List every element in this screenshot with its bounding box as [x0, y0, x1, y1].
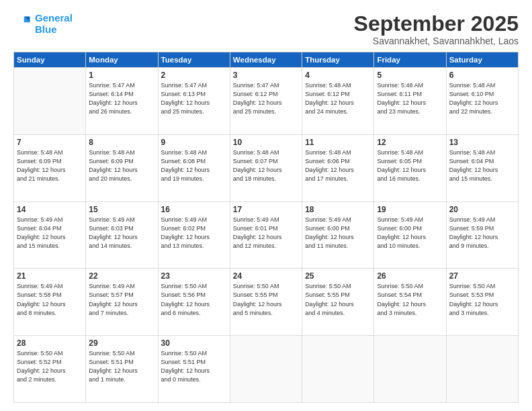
day-info: Sunrise: 5:50 AMSunset: 5:51 PMDaylight:…	[161, 349, 227, 384]
calendar-cell: 9Sunrise: 5:48 AMSunset: 6:08 PMDaylight…	[158, 134, 230, 201]
day-info: Sunrise: 5:50 AMSunset: 5:51 PMDaylight:…	[89, 349, 154, 384]
day-info: Sunrise: 5:50 AMSunset: 5:54 PMDaylight:…	[377, 282, 443, 317]
day-info: Sunrise: 5:48 AMSunset: 6:12 PMDaylight:…	[305, 81, 371, 116]
title-block: September 2025 Savannakhet, Savannahkhet…	[354, 12, 519, 46]
header: General Blue September 2025 Savannakhet,…	[13, 12, 519, 46]
day-info: Sunrise: 5:47 AMSunset: 6:13 PMDaylight:…	[161, 81, 227, 116]
calendar-cell	[14, 68, 86, 135]
day-number: 12	[377, 138, 443, 147]
calendar-cell: 22Sunrise: 5:49 AMSunset: 5:57 PMDayligh…	[86, 269, 158, 336]
header-day-tuesday: Tuesday	[158, 52, 230, 68]
day-number: 19	[377, 205, 443, 214]
calendar-cell: 13Sunrise: 5:48 AMSunset: 6:04 PMDayligh…	[446, 134, 518, 201]
day-number: 5	[377, 71, 443, 80]
day-number: 17	[233, 205, 299, 214]
day-info: Sunrise: 5:49 AMSunset: 6:01 PMDaylight:…	[233, 216, 299, 250]
day-number: 1	[89, 71, 154, 80]
day-info: Sunrise: 5:50 AMSunset: 5:55 PMDaylight:…	[233, 282, 299, 317]
day-number: 21	[17, 271, 83, 281]
day-info: Sunrise: 5:49 AMSunset: 5:59 PMDaylight:…	[449, 216, 515, 250]
day-number: 18	[305, 205, 371, 214]
logo: General Blue	[13, 12, 73, 36]
week-row-2: 14Sunrise: 5:49 AMSunset: 6:04 PMDayligh…	[14, 201, 519, 269]
calendar-cell: 27Sunrise: 5:50 AMSunset: 5:53 PMDayligh…	[446, 269, 518, 336]
day-number: 14	[17, 205, 83, 214]
day-number: 23	[161, 271, 227, 281]
day-info: Sunrise: 5:48 AMSunset: 6:06 PMDaylight:…	[305, 148, 371, 183]
day-number: 6	[449, 71, 515, 80]
day-info: Sunrise: 5:47 AMSunset: 6:14 PMDaylight:…	[89, 81, 154, 116]
page: General Blue September 2025 Savannakhet,…	[0, 0, 532, 411]
day-info: Sunrise: 5:49 AMSunset: 6:03 PMDaylight:…	[89, 216, 154, 250]
day-number: 11	[305, 138, 371, 147]
header-day-saturday: Saturday	[446, 52, 518, 68]
calendar-cell: 3Sunrise: 5:47 AMSunset: 6:12 PMDaylight…	[230, 68, 302, 135]
calendar-cell: 4Sunrise: 5:48 AMSunset: 6:12 PMDaylight…	[302, 68, 374, 135]
day-number: 7	[17, 138, 83, 147]
day-number: 26	[377, 271, 443, 281]
calendar-cell: 16Sunrise: 5:49 AMSunset: 6:02 PMDayligh…	[158, 201, 230, 269]
calendar-cell: 23Sunrise: 5:50 AMSunset: 5:56 PMDayligh…	[158, 269, 230, 336]
day-info: Sunrise: 5:47 AMSunset: 6:12 PMDaylight:…	[233, 81, 299, 116]
calendar-cell: 25Sunrise: 5:50 AMSunset: 5:55 PMDayligh…	[302, 269, 374, 336]
day-number: 9	[161, 138, 227, 147]
calendar-cell: 28Sunrise: 5:50 AMSunset: 5:52 PMDayligh…	[14, 336, 86, 403]
week-row-4: 28Sunrise: 5:50 AMSunset: 5:52 PMDayligh…	[14, 336, 519, 403]
calendar-cell: 7Sunrise: 5:48 AMSunset: 6:09 PMDaylight…	[14, 134, 86, 201]
day-number: 22	[89, 271, 154, 281]
calendar-cell: 2Sunrise: 5:47 AMSunset: 6:13 PMDaylight…	[158, 68, 230, 135]
day-info: Sunrise: 5:48 AMSunset: 6:04 PMDaylight:…	[449, 148, 515, 183]
calendar-cell	[302, 336, 374, 403]
day-info: Sunrise: 5:49 AMSunset: 6:02 PMDaylight:…	[161, 216, 227, 250]
day-number: 13	[449, 138, 515, 147]
header-day-sunday: Sunday	[14, 52, 86, 68]
week-row-3: 21Sunrise: 5:49 AMSunset: 5:58 PMDayligh…	[14, 269, 519, 336]
day-number: 24	[233, 271, 299, 281]
day-number: 4	[305, 71, 371, 80]
calendar-cell: 30Sunrise: 5:50 AMSunset: 5:51 PMDayligh…	[158, 336, 230, 403]
logo-general: General	[35, 12, 73, 24]
day-number: 28	[17, 338, 83, 348]
calendar-cell: 17Sunrise: 5:49 AMSunset: 6:01 PMDayligh…	[230, 201, 302, 269]
week-row-1: 7Sunrise: 5:48 AMSunset: 6:09 PMDaylight…	[14, 134, 519, 201]
header-day-thursday: Thursday	[302, 52, 374, 68]
calendar-cell: 1Sunrise: 5:47 AMSunset: 6:14 PMDaylight…	[86, 68, 158, 135]
day-info: Sunrise: 5:48 AMSunset: 6:11 PMDaylight:…	[377, 81, 443, 116]
day-info: Sunrise: 5:49 AMSunset: 6:00 PMDaylight:…	[305, 216, 371, 250]
day-info: Sunrise: 5:48 AMSunset: 6:09 PMDaylight:…	[17, 148, 83, 183]
day-number: 16	[161, 205, 227, 214]
day-number: 29	[89, 338, 154, 348]
day-number: 15	[89, 205, 154, 214]
calendar-cell: 15Sunrise: 5:49 AMSunset: 6:03 PMDayligh…	[86, 201, 158, 269]
day-number: 20	[449, 205, 515, 214]
day-number: 25	[305, 271, 371, 281]
day-number: 8	[89, 138, 154, 147]
day-info: Sunrise: 5:49 AMSunset: 6:04 PMDaylight:…	[17, 216, 83, 250]
calendar-cell	[374, 336, 446, 403]
day-number: 27	[449, 271, 515, 281]
header-day-friday: Friday	[374, 52, 446, 68]
calendar-cell	[230, 336, 302, 403]
subtitle: Savannakhet, Savannahkhet, Laos	[354, 36, 519, 46]
header-day-wednesday: Wednesday	[230, 52, 302, 68]
day-info: Sunrise: 5:48 AMSunset: 6:09 PMDaylight:…	[89, 148, 154, 183]
calendar-cell: 11Sunrise: 5:48 AMSunset: 6:06 PMDayligh…	[302, 134, 374, 201]
day-info: Sunrise: 5:49 AMSunset: 6:00 PMDaylight:…	[377, 216, 443, 250]
calendar-cell: 5Sunrise: 5:48 AMSunset: 6:11 PMDaylight…	[374, 68, 446, 135]
calendar-cell: 6Sunrise: 5:48 AMSunset: 6:10 PMDaylight…	[446, 68, 518, 135]
calendar-cell	[446, 336, 518, 403]
day-number: 2	[161, 71, 227, 80]
calendar-cell: 8Sunrise: 5:48 AMSunset: 6:09 PMDaylight…	[86, 134, 158, 201]
week-row-0: 1Sunrise: 5:47 AMSunset: 6:14 PMDaylight…	[14, 68, 519, 135]
day-info: Sunrise: 5:48 AMSunset: 6:08 PMDaylight:…	[161, 148, 227, 183]
day-info: Sunrise: 5:49 AMSunset: 5:58 PMDaylight:…	[17, 282, 83, 317]
calendar-cell: 26Sunrise: 5:50 AMSunset: 5:54 PMDayligh…	[374, 269, 446, 336]
day-number: 30	[161, 338, 227, 348]
day-info: Sunrise: 5:50 AMSunset: 5:52 PMDaylight:…	[17, 349, 83, 384]
header-row: SundayMondayTuesdayWednesdayThursdayFrid…	[14, 52, 519, 68]
calendar-cell: 21Sunrise: 5:49 AMSunset: 5:58 PMDayligh…	[14, 269, 86, 336]
day-info: Sunrise: 5:49 AMSunset: 5:57 PMDaylight:…	[89, 282, 154, 317]
day-info: Sunrise: 5:50 AMSunset: 5:56 PMDaylight:…	[161, 282, 227, 317]
month-title: September 2025	[354, 12, 519, 36]
calendar-cell: 10Sunrise: 5:48 AMSunset: 6:07 PMDayligh…	[230, 134, 302, 201]
